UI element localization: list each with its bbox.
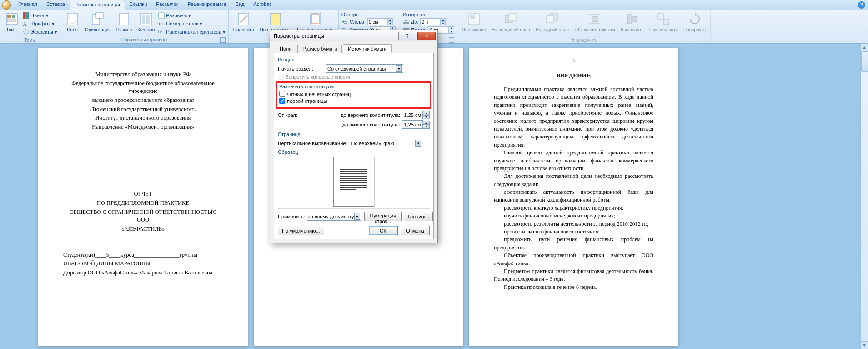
svg-rect-23 (271, 13, 281, 25)
theme-fonts-button[interactable]: AШрифты ▾ (23, 20, 57, 27)
hyphenation-button[interactable]: bᶜ⁻Расстановка переносов ▾ (158, 28, 225, 35)
header-distance-input[interactable] (402, 111, 423, 119)
line-numbers-button[interactable]: Нумерация строк... (364, 212, 402, 221)
tab-view[interactable]: Вид (231, 0, 249, 10)
diff-odd-even-checkbox[interactable] (279, 91, 285, 97)
svg-rect-15 (142, 15, 145, 24)
align-button[interactable]: Выровнять (619, 11, 646, 33)
ok-button[interactable]: OK (369, 226, 398, 235)
preview-icon (333, 157, 374, 207)
margins-icon (65, 12, 80, 26)
svg-rect-6 (27, 12, 29, 19)
svg-text:bᶜ⁻: bᶜ⁻ (158, 30, 164, 34)
watermark-icon (236, 12, 251, 26)
page-setup-launcher[interactable] (220, 37, 226, 43)
rotate-button: Повернуть (682, 11, 707, 33)
borders-button[interactable]: Границы... (404, 212, 433, 221)
page-3: 3 ВВЕДЕНИЕ Преддипломная практика являет… (469, 48, 678, 346)
apply-to-combo[interactable]: ко всему документу▼ (307, 212, 361, 221)
office-button-icon[interactable] (2, 0, 11, 10)
tab-review[interactable]: Рецензирование (183, 0, 231, 10)
position-button[interactable]: Положение (460, 11, 488, 33)
watermark-button[interactable]: Подложка (231, 11, 256, 33)
svg-rect-16 (146, 15, 150, 24)
group-title-arrange: Упорядочить (460, 38, 707, 43)
headers-group-label: Различать колонтитулы (279, 84, 428, 89)
text-wrap-button: Обтекание текстом (572, 11, 617, 33)
svg-rect-1 (7, 15, 11, 18)
wrap-icon (587, 12, 602, 26)
tab-home[interactable]: Главная (14, 0, 42, 10)
valign-combo[interactable]: По верхнему краю▼ (350, 139, 422, 147)
bring-to-front-button: На передний план (490, 11, 532, 33)
suppress-endnotes-checkbox (278, 74, 284, 80)
svg-rect-39 (509, 14, 516, 21)
svg-rect-5 (25, 12, 27, 19)
vertical-scrollbar[interactable]: ▲ ▼ (860, 44, 868, 349)
fonts-icon: A (23, 20, 29, 27)
svg-rect-13 (120, 13, 129, 25)
breaks-button[interactable]: Разрывы ▾ (158, 12, 225, 19)
theme-effects-button[interactable]: Эффекты ▾ (23, 28, 57, 35)
svg-rect-12 (96, 13, 103, 18)
dialog-title-bar[interactable]: Параметры страницы ? ✕ (270, 30, 437, 41)
scroll-down-button[interactable]: ▼ (861, 341, 868, 349)
header-distance-label: до верхнего колонтитула: (341, 112, 400, 118)
tab-acrobat[interactable]: Acrobat (249, 0, 276, 10)
indent-heading: Отступ (341, 12, 396, 17)
group-arrange: Положение На передний план На задний пла… (457, 10, 711, 43)
svg-point-8 (24, 30, 28, 34)
orientation-icon (90, 12, 105, 26)
apply-to-label: Применить: (278, 214, 305, 219)
dialog-tabstrip: Поля Размер бумаги Источник бумаги (274, 43, 434, 53)
section-start-combo[interactable]: Со следующей страницы▼ (326, 64, 403, 73)
tab-references[interactable]: Ссылки (125, 0, 152, 10)
dialog-help-button[interactable]: ? (398, 32, 416, 40)
size-button[interactable]: Размер (115, 11, 134, 33)
tab-insert[interactable]: Вставка (42, 0, 70, 10)
footer-distance-label: до нижнего колонтитула: (342, 122, 400, 127)
orientation-button[interactable]: Ориентация (83, 11, 113, 33)
paragraph-launcher[interactable] (449, 37, 454, 43)
help-icon[interactable]: ? (858, 1, 865, 9)
page-number-3: 3 (572, 58, 575, 63)
scroll-up-button[interactable]: ▲ (861, 44, 868, 51)
group-icon (656, 12, 671, 26)
cancel-button[interactable]: Отмена (401, 226, 430, 235)
svg-text:1 2: 1 2 (158, 22, 164, 26)
section-start-label: Начать раздел: (278, 66, 323, 71)
scroll-thumb[interactable] (861, 51, 868, 72)
heading-introduction: ВВЕДЕНИЕ (494, 72, 653, 79)
svg-rect-37 (470, 15, 475, 19)
default-button[interactable]: По умолчанию... (278, 226, 324, 235)
group-button: Группировать (647, 11, 680, 33)
dialog-close-button[interactable]: ✕ (417, 32, 436, 40)
dialog-tab-margins[interactable]: Поля (275, 45, 296, 53)
themes-button[interactable]: Темы (3, 11, 21, 33)
group-title-page-setup: Параметры страницы (63, 37, 226, 43)
tab-page-layout[interactable]: Разметка страницы (70, 0, 125, 10)
rotate-icon (687, 12, 702, 26)
position-icon (467, 12, 481, 26)
sample-label: Образец (278, 149, 430, 155)
dialog-tab-paper[interactable]: Размер бумаги (297, 45, 342, 53)
page-group-label: Страница (278, 132, 430, 137)
diff-first-page-checkbox[interactable] (279, 98, 285, 104)
margins-button[interactable]: Поля (63, 11, 81, 33)
svg-rect-2 (12, 15, 15, 18)
dialog-tab-layout[interactable]: Источник бумаги (343, 44, 391, 53)
svg-rect-41 (547, 15, 554, 23)
spacing-before-input[interactable] (420, 18, 440, 25)
svg-rect-46 (633, 16, 637, 22)
svg-rect-42 (592, 16, 597, 22)
tab-mailings[interactable]: Рассылки (151, 0, 183, 10)
highlighted-headers-region: Различать колонтитулы четных и нечетных … (276, 81, 431, 109)
indent-left-input[interactable] (367, 18, 387, 25)
line-numbers-button[interactable]: 1 2Номера строк ▾ (158, 20, 225, 27)
line-numbers-icon: 1 2 (158, 20, 165, 27)
footer-distance-input[interactable] (402, 120, 423, 129)
ribbon-tab-strip: Главная Вставка Разметка страницы Ссылки… (0, 0, 868, 10)
columns-button[interactable]: Колонки (135, 11, 156, 33)
group-page-setup: Поля Ориентация Размер Колонки Разрывы ▾… (60, 10, 229, 43)
theme-colors-button[interactable]: Цвета ▾ (23, 12, 57, 19)
